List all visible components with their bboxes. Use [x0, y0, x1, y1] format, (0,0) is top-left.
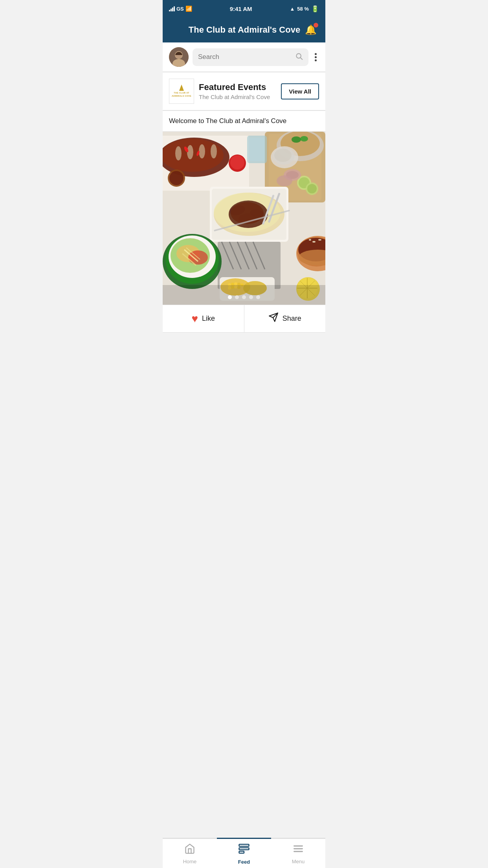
share-button[interactable]: Share — [244, 305, 326, 332]
search-input-wrapper[interactable] — [193, 48, 308, 66]
more-options-button[interactable] — [312, 51, 319, 64]
carousel-dot-2[interactable] — [235, 295, 239, 299]
welcome-section: Welcome to The Club at Admiral's Cove — [163, 111, 325, 132]
more-dot-3 — [315, 59, 317, 61]
welcome-text: Welcome to The Club at Admiral's Cove — [169, 117, 286, 125]
svg-point-96 — [277, 175, 292, 186]
svg-point-93 — [307, 184, 317, 193]
carousel-dot-5[interactable] — [256, 295, 260, 299]
avatar[interactable] — [169, 47, 189, 67]
notification-button[interactable]: 🔔 — [303, 23, 318, 37]
svg-point-22 — [292, 136, 301, 143]
like-button[interactable]: ♥ Like — [163, 305, 244, 332]
search-input[interactable] — [198, 53, 292, 61]
svg-point-14 — [199, 144, 205, 158]
wifi-icon: 📶 — [185, 6, 192, 12]
status-time: 9:41 AM — [230, 6, 252, 12]
svg-point-27 — [230, 155, 244, 169]
status-left: GS 📶 — [169, 6, 192, 12]
view-all-button[interactable]: View All — [281, 83, 319, 99]
carrier-label: GS — [176, 6, 184, 12]
svg-point-19 — [169, 171, 183, 185]
svg-line-5 — [301, 57, 303, 59]
featured-events-subtitle: The Club at Admiral's Cove — [199, 94, 276, 100]
logo-text: THE CLUB ATADMIRALS COVE — [172, 92, 191, 97]
notification-badge — [314, 23, 318, 28]
svg-point-15 — [211, 144, 217, 158]
svg-point-70 — [234, 282, 237, 285]
more-dot-2 — [315, 56, 317, 58]
status-bar: GS 📶 9:41 AM ▲ 58 % 🔋 — [163, 0, 325, 17]
carousel-dot-4[interactable] — [249, 295, 253, 299]
svg-point-87 — [312, 241, 316, 243]
svg-point-36 — [231, 202, 264, 224]
svg-point-23 — [300, 136, 308, 142]
signal-bars — [169, 6, 175, 11]
svg-point-89 — [309, 239, 311, 241]
page-title: The Club at Admiral's Cove — [185, 25, 303, 35]
carousel-dot-1[interactable] — [228, 295, 232, 299]
svg-point-12 — [175, 146, 182, 160]
heart-icon: ♥ — [191, 313, 198, 325]
battery-label: 58 % — [297, 6, 309, 12]
admirals-cove-logo: THE CLUB ATADMIRALS COVE — [169, 79, 194, 104]
nav-spacer — [163, 333, 325, 364]
svg-point-99 — [274, 149, 292, 162]
like-label: Like — [202, 314, 215, 323]
svg-rect-100 — [163, 285, 325, 305]
logo-sail — [179, 85, 184, 91]
carousel-image — [163, 132, 325, 305]
carousel-dots — [228, 295, 260, 299]
featured-text-block: Featured Events The Club at Admiral's Co… — [199, 82, 276, 100]
carousel-dot-3[interactable] — [242, 295, 246, 299]
avatar-image — [169, 47, 189, 67]
carousel-container[interactable] — [163, 132, 325, 305]
share-icon — [268, 312, 279, 325]
status-right: ▲ 58 % 🔋 — [290, 5, 319, 13]
share-label: Share — [283, 314, 301, 323]
featured-events-section: THE CLUB ATADMIRALS COVE Featured Events… — [163, 72, 325, 110]
action-bar: ♥ Like Share — [163, 305, 325, 333]
featured-events-title: Featured Events — [199, 82, 276, 92]
bluetooth-icon: ▲ — [290, 6, 295, 12]
search-area — [163, 42, 325, 72]
app-header: The Club at Admiral's Cove 🔔 — [163, 17, 325, 42]
more-dot-1 — [315, 53, 317, 55]
battery-icon: 🔋 — [311, 5, 319, 13]
svg-point-13 — [187, 145, 193, 159]
svg-rect-25 — [249, 138, 265, 161]
search-icon — [295, 52, 303, 62]
svg-point-88 — [318, 239, 321, 241]
